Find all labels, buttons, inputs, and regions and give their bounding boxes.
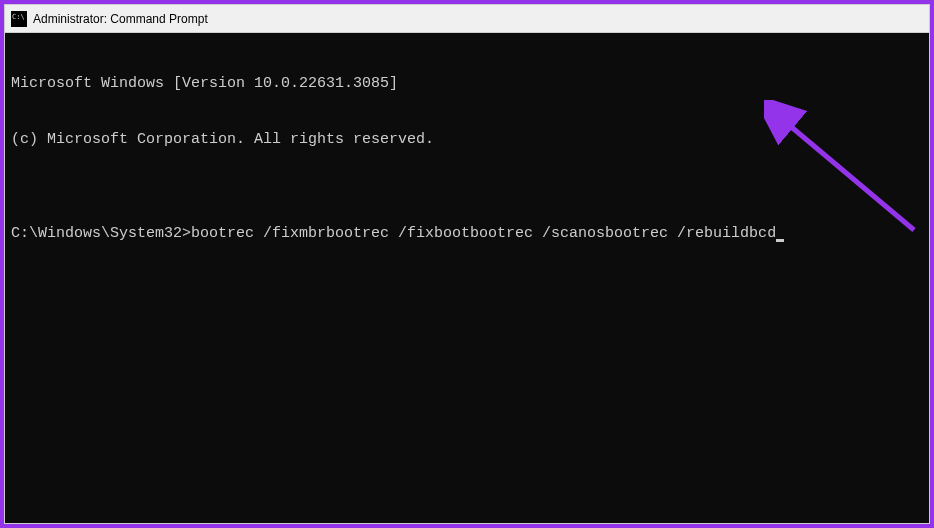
command-prompt-window: Administrator: Command Prompt Microsoft … [4, 4, 930, 524]
copyright-line: (c) Microsoft Corporation. All rights re… [11, 131, 923, 150]
window-title: Administrator: Command Prompt [33, 12, 208, 26]
command-line: C:\Windows\System32>bootrec /fixmbrbootr… [11, 225, 923, 244]
titlebar[interactable]: Administrator: Command Prompt [5, 5, 929, 33]
cursor-icon [776, 239, 784, 242]
version-line: Microsoft Windows [Version 10.0.22631.30… [11, 75, 923, 94]
cmd-icon [11, 11, 27, 27]
prompt-text: C:\Windows\System32> [11, 225, 191, 242]
terminal-area[interactable]: Microsoft Windows [Version 10.0.22631.30… [5, 33, 929, 523]
command-text: bootrec /fixmbrbootrec /fixbootbootrec /… [191, 225, 776, 242]
